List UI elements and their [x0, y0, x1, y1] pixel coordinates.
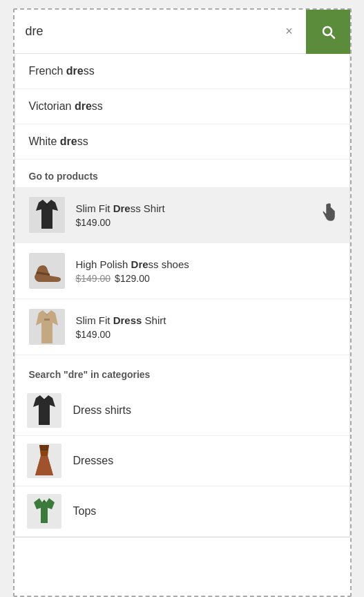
suggestion-victorian-dress[interactable]: Victorian dress	[15, 89, 349, 124]
category-name: Tops	[73, 505, 97, 518]
suggestion-bold: dre	[75, 100, 92, 112]
product-name-bold: Dre	[113, 202, 131, 214]
product-info: Slim Fit Dress Shirt $149.00	[76, 314, 338, 340]
product-price: $149.00	[76, 217, 311, 228]
product-image-svg	[29, 253, 65, 289]
category-item-dresses[interactable]: Dresses	[15, 436, 349, 486]
hand-cursor-icon	[319, 203, 338, 222]
product-image	[26, 306, 68, 348]
category-image-svg	[27, 494, 61, 529]
product-name: High Polish Dress shoes	[76, 258, 338, 272]
suggestion-bold: dre	[66, 65, 84, 77]
product-info: Slim Fit Dress Shirt $149.00	[76, 202, 311, 228]
product-name-bold: Dress	[113, 314, 142, 326]
product-item[interactable]: High Polish Dress shoes $149.00$129.00	[15, 243, 349, 299]
search-button[interactable]	[306, 10, 350, 54]
close-icon: ×	[285, 24, 293, 39]
category-image-svg	[27, 444, 61, 478]
category-image	[26, 392, 62, 428]
search-container: × French dress Victorian dress White dre…	[13, 8, 352, 597]
suggestion-bold: dre	[60, 135, 77, 147]
categories-section-label: Search "dre" in categories	[15, 355, 349, 386]
product-item[interactable]: Slim Fit Dress Shirt $149.00	[15, 187, 349, 243]
original-price: $149.00	[76, 273, 111, 284]
product-image-svg	[29, 197, 65, 233]
product-image	[26, 250, 68, 292]
category-item-dress-shirts[interactable]: Dress shirts	[15, 386, 349, 436]
category-item-tops[interactable]: Tops	[15, 486, 349, 537]
product-item[interactable]: Slim Fit Dress Shirt $149.00	[15, 299, 349, 355]
cursor-icon	[319, 203, 338, 227]
product-price: $149.00	[76, 329, 338, 340]
category-name: Dresses	[73, 455, 114, 467]
product-image-svg	[29, 309, 65, 345]
dropdown: French dress Victorian dress White dress…	[15, 54, 350, 538]
product-name: Slim Fit Dress Shirt	[76, 202, 311, 216]
product-name: Slim Fit Dress Shirt	[76, 314, 338, 328]
category-image	[26, 493, 62, 529]
clear-button[interactable]: ×	[273, 10, 306, 54]
suggestion-white-dress[interactable]: White dress	[15, 124, 349, 160]
product-info: High Polish Dress shoes $149.00$129.00	[76, 258, 338, 284]
suggestion-french-dress[interactable]: French dress	[15, 54, 349, 89]
search-icon	[320, 23, 336, 40]
products-section-label: Go to products	[15, 160, 349, 187]
category-image-svg	[27, 393, 61, 428]
product-name-bold: Dre	[131, 258, 149, 270]
product-image	[26, 194, 68, 236]
search-input[interactable]	[15, 10, 273, 53]
category-name: Dress shirts	[73, 404, 131, 417]
search-bar: ×	[15, 10, 350, 54]
category-image	[26, 443, 62, 479]
product-price: $149.00$129.00	[76, 273, 338, 284]
svg-rect-7	[44, 319, 50, 321]
